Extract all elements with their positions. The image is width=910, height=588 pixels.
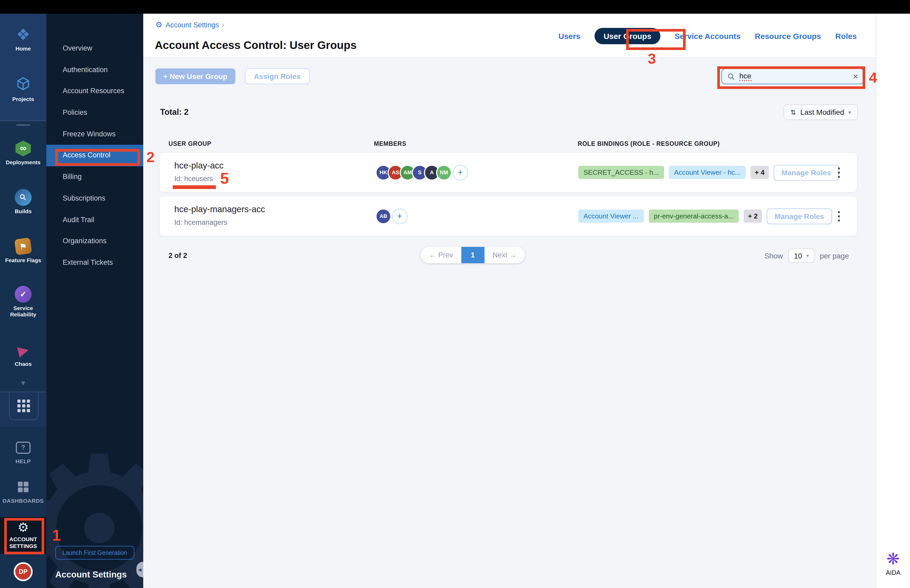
page-size-value: 10 xyxy=(794,251,802,260)
account-settings-subnav: ⚙ Overview Authentication Account Resour… xyxy=(46,14,143,588)
show-label: Show xyxy=(765,251,783,260)
subnav-item-access-control[interactable]: Access Control xyxy=(46,145,143,166)
prev-page-button[interactable]: ← Prev xyxy=(421,247,461,263)
subnav-item-subscriptions[interactable]: Subscriptions xyxy=(46,188,143,209)
gear-watermark-icon: ⚙ xyxy=(46,430,143,588)
sidebar-item-home[interactable]: ❖ Home xyxy=(0,26,46,52)
breadcrumb-separator: › xyxy=(222,21,225,29)
new-user-group-button[interactable]: + New User Group xyxy=(155,68,235,84)
sidebar-item-feature-flags[interactable]: ⚑ Feature Flags xyxy=(0,238,46,263)
row-menu-icon[interactable] xyxy=(838,167,840,180)
clear-search-icon[interactable]: ✕ xyxy=(853,73,858,80)
launch-first-generation-button[interactable]: Launch First Generation xyxy=(55,546,134,560)
add-member-button[interactable]: + xyxy=(392,208,407,224)
service-reliability-icon: ✓ xyxy=(15,286,32,303)
home-icon: ❖ xyxy=(16,27,30,43)
assign-roles-button[interactable]: Assign Roles xyxy=(245,68,309,84)
module-picker-strip xyxy=(0,392,46,427)
member-avatar[interactable]: NM xyxy=(436,165,452,180)
column-header-user-group: USER GROUP xyxy=(168,141,212,147)
table-row[interactable]: hce-play-managers-acc Id: hcemanagers AB… xyxy=(159,196,857,236)
subnav-item-policies[interactable]: Policies xyxy=(46,102,143,123)
right-utility-strip: ❋ AIDA xyxy=(876,14,910,588)
role-badge[interactable]: Account Viewer - hc... xyxy=(669,166,746,179)
aida-assistant-button[interactable]: ❋ AIDA xyxy=(876,551,910,577)
sidebar-item-dashboards[interactable]: DASHBOARDS xyxy=(0,478,46,504)
builds-icon xyxy=(15,189,32,206)
collapse-sidebar-handle[interactable]: ◀ xyxy=(136,562,143,577)
subnav-item-audit-trail[interactable]: Audit Trail xyxy=(46,209,143,231)
aida-flower-icon: ❋ xyxy=(876,551,910,567)
breadcrumb-link[interactable]: Account Settings xyxy=(166,21,219,29)
more-roles-badge[interactable]: + 4 xyxy=(751,166,769,179)
subnav-item-freeze-windows[interactable]: Freeze Windows xyxy=(46,124,143,145)
sidebar-item-chaos[interactable]: ▶ Chaos xyxy=(0,342,46,367)
sidebar-item-service-reliability[interactable]: ✓ Service Reliability xyxy=(0,286,46,317)
subnav-item-external-tickets[interactable]: External Tickets xyxy=(46,252,143,273)
column-header-members: MEMBERS xyxy=(374,141,406,147)
page-title: Account Access Control: User Groups xyxy=(155,39,357,52)
role-badge[interactable]: Account Viewer ... xyxy=(578,210,644,223)
sidebar-item-projects[interactable]: Projects xyxy=(0,75,46,102)
search-input[interactable]: hce xyxy=(739,72,751,81)
tab-resource-groups[interactable]: Resource Groups xyxy=(755,31,821,40)
subnav-item-overview[interactable]: Overview xyxy=(46,38,143,59)
tab-user-groups[interactable]: User Groups xyxy=(595,27,660,44)
user-group-id: Id: hceusers xyxy=(174,175,213,183)
total-count: Total: 2 xyxy=(160,107,189,117)
manage-roles-button[interactable]: Manage Roles xyxy=(773,165,839,180)
next-page-button[interactable]: Next → xyxy=(484,247,525,263)
avatar-initials: DP xyxy=(19,568,27,575)
rail-item-label: Deployments xyxy=(0,159,46,165)
tab-users[interactable]: Users xyxy=(558,31,580,40)
page-size-control: Show 10 ▾ per page xyxy=(765,249,849,263)
page-size-dropdown[interactable]: 10 ▾ xyxy=(788,249,815,263)
role-bindings-cell: SECRET_ACCESS - h... Account Viewer - hc… xyxy=(578,165,839,180)
chevron-down-icon: ▾ xyxy=(806,253,809,258)
rail-item-label: Projects xyxy=(0,96,46,102)
rail-more-chevron[interactable]: ▼ xyxy=(0,379,46,387)
sidebar-item-deployments[interactable]: ∞ Deployments xyxy=(0,140,46,165)
current-page-button[interactable]: 1 xyxy=(461,247,484,263)
module-grid-icon xyxy=(18,399,30,412)
user-group-name[interactable]: hce-play-acc xyxy=(174,161,223,171)
manage-roles-button[interactable]: Manage Roles xyxy=(766,208,832,224)
user-avatar[interactable]: DP xyxy=(14,562,33,581)
app-window: ❖ Home Projects ∞ Deployments Builds ⚑ F… xyxy=(0,0,910,588)
chevron-down-icon: ▾ xyxy=(849,109,851,115)
tab-service-accounts[interactable]: Service Accounts xyxy=(675,31,741,40)
subnav-item-account-resources[interactable]: Account Resources xyxy=(46,81,143,102)
page-header: ⚙ Account Settings › Account Access Cont… xyxy=(143,14,876,58)
member-avatar[interactable]: AB xyxy=(375,208,391,224)
table-row[interactable]: hce-play-acc Id: hceusers HK AS AM S A N… xyxy=(159,152,857,193)
subnav-item-authentication[interactable]: Authentication xyxy=(46,59,143,81)
chaos-icon: ▶ xyxy=(16,342,30,358)
subnav-item-organizations[interactable]: Organizations xyxy=(46,231,143,252)
role-bindings-cell: Account Viewer ... pr-env-general-access… xyxy=(578,208,832,224)
sidebar-item-help[interactable]: ? HELP xyxy=(0,439,46,464)
rail-item-label: Feature Flags xyxy=(0,257,46,263)
user-group-name[interactable]: hce-play-managers-acc xyxy=(174,204,265,214)
deployments-icon: ∞ xyxy=(14,141,32,156)
sidebar-item-account-settings[interactable]: ⚙ ACCOUNT SETTINGS xyxy=(0,517,46,554)
sort-dropdown[interactable]: ⇅ Last Modified ▾ xyxy=(784,104,858,120)
gear-icon: ⚙ xyxy=(18,521,29,534)
module-rail: ❖ Home Projects ∞ Deployments Builds ⚑ F… xyxy=(0,14,46,588)
main-content: ⚙ Account Settings › Account Access Cont… xyxy=(143,14,876,588)
sort-icon: ⇅ xyxy=(790,108,796,116)
module-picker-button[interactable] xyxy=(9,392,39,420)
pagination-range: 2 of 2 xyxy=(168,252,187,260)
row-menu-icon[interactable] xyxy=(838,211,840,224)
help-icon: ? xyxy=(16,441,31,454)
more-roles-badge[interactable]: + 2 xyxy=(744,210,762,223)
sidebar-item-builds[interactable]: Builds xyxy=(0,189,46,214)
projects-cube-icon xyxy=(14,75,32,92)
tab-roles[interactable]: Roles xyxy=(835,31,857,40)
role-badge[interactable]: SECRET_ACCESS - h... xyxy=(578,166,664,179)
role-badge[interactable]: pr-env-general-access-a... xyxy=(648,210,739,223)
search-box[interactable]: hce ✕ xyxy=(721,68,864,84)
rail-item-label: DASHBOARDS xyxy=(0,498,46,504)
rail-item-label: Home xyxy=(0,45,46,52)
add-member-button[interactable]: + xyxy=(453,165,468,180)
subnav-item-billing[interactable]: Billing xyxy=(46,166,143,188)
